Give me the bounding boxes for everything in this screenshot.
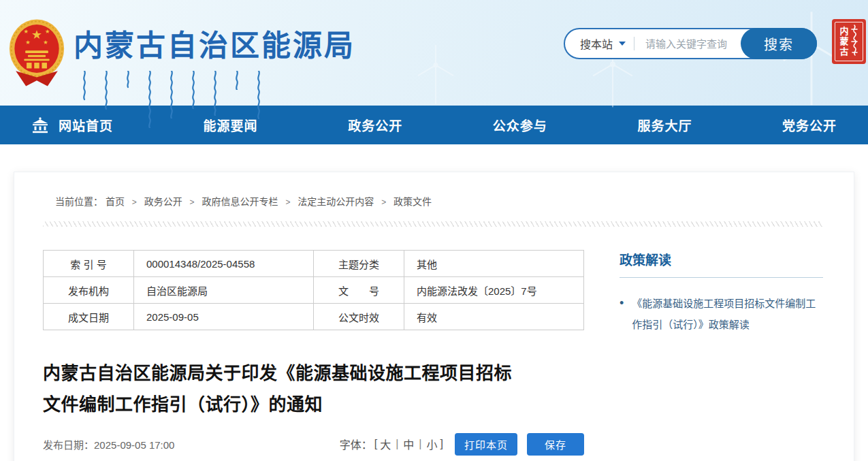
site-title[interactable]: 内蒙古自治区能源局 xyxy=(74,22,355,64)
bullet-icon: • xyxy=(620,293,624,335)
seal-calligraphy-decoration xyxy=(850,24,859,59)
wind-turbine-decoration xyxy=(408,41,463,106)
nav-item-service-hall[interactable]: 服务大厅 xyxy=(637,116,692,134)
save-button[interactable]: 保存 xyxy=(527,433,584,456)
mongolian-glyph xyxy=(191,71,196,109)
font-size-small-button[interactable]: 小 xyxy=(426,436,438,452)
font-size-controls: 字体： [ 大 | 中 | 小 ] 打印本页 保存 xyxy=(340,433,584,456)
table-row: 发布机构 自治区能源局 文 号 内能源法改发〔2025〕7号 xyxy=(44,277,584,304)
search-button[interactable]: 搜索 xyxy=(741,28,817,59)
publish-date-value: 2025-09-05 17:00 xyxy=(94,439,174,451)
doc-info-label-date: 成文日期 xyxy=(44,304,134,330)
columns: 索 引 号 000014348/2025-04558 主题分类 其他 发布机构 … xyxy=(43,250,823,461)
seal-inner-border: 内蒙古 xyxy=(835,22,863,61)
doc-info-value-validity: 有效 xyxy=(404,304,584,330)
breadcrumb-label: 当前位置： xyxy=(55,196,103,207)
main-column: 索 引 号 000014348/2025-04558 主题分类 其他 发布机构 … xyxy=(43,250,584,461)
font-size-medium-button[interactable]: 中 xyxy=(402,436,415,452)
mongolian-glyph xyxy=(82,71,87,105)
mongolian-glyph xyxy=(147,71,152,128)
doc-info-value-doc-number: 内能源法改发〔2025〕7号 xyxy=(404,277,584,304)
content-wrap: 当前位置： 首页 > 政务公开 > 政府信息公开专栏 > 法定主动公开内容 > … xyxy=(0,144,868,461)
nav-item-label: 服务大厅 xyxy=(637,116,692,134)
sidebar-list: • 《能源基础设施工程项目招标文件编制工作指引（试行）》政策解读 xyxy=(620,293,823,335)
nav-item-label: 政务公开 xyxy=(348,116,402,134)
table-row: 索 引 号 000014348/2025-04558 主题分类 其他 xyxy=(44,251,584,277)
mongolian-glyph xyxy=(125,71,131,89)
svg-text:★: ★ xyxy=(43,39,48,46)
doc-info-label-validity: 公文时效 xyxy=(314,304,404,330)
doc-info-label-doc-number: 文 号 xyxy=(314,277,404,304)
sidebar-divider xyxy=(620,277,823,278)
mongolian-script xyxy=(74,71,355,128)
breadcrumb: 当前位置： 首页 > 政务公开 > 政府信息公开专栏 > 法定主动公开内容 > … xyxy=(43,194,823,208)
breadcrumb-separator: > xyxy=(190,197,195,207)
page-title: 内蒙古自治区能源局关于印发《能源基础设施工程项目招标 文件编制工作指引（试行）》… xyxy=(43,357,584,421)
nav-item-label: 党务公开 xyxy=(782,116,837,134)
breadcrumb-item-gov-disclosure[interactable]: 政务公开 xyxy=(144,196,182,207)
mongolian-glyph xyxy=(169,71,174,118)
nav-item-label: 公众参与 xyxy=(493,116,547,134)
svg-text:★: ★ xyxy=(23,28,29,35)
mongolian-glyph xyxy=(256,71,261,120)
svg-text:★: ★ xyxy=(45,28,50,35)
publish-date: 发布日期：2025-09-05 17:00 xyxy=(43,437,174,451)
mongolian-glyph xyxy=(103,71,109,114)
breadcrumb-separator: > xyxy=(132,197,137,207)
policy-interpretation-sidebar: 政策解读 • 《能源基础设施工程项目招标文件编制工作指引（试行）》政策解读 xyxy=(620,250,823,461)
svg-text:★: ★ xyxy=(31,28,42,42)
nav-item-gov-disclosure[interactable]: 政务公开 xyxy=(348,116,402,134)
print-page-button[interactable]: 打印本页 xyxy=(455,433,517,456)
font-size-separator: | xyxy=(419,438,421,450)
page-title-line2: 文件编制工作指引（试行）》的通知 xyxy=(43,389,584,420)
font-size-large-button[interactable]: 大 xyxy=(379,436,391,452)
site-title-block: 内蒙古自治区能源局 xyxy=(74,22,355,128)
svg-text:★: ★ xyxy=(25,39,31,46)
site-header: ★ ★ ★ ★ ★ 内蒙古自治区能源局 搜本站 xyxy=(0,0,868,106)
breadcrumb-separator: > xyxy=(285,197,290,207)
bank-building-icon xyxy=(31,117,49,133)
page-title-line1: 内蒙古自治区能源局关于印发《能源基础设施工程项目招标 xyxy=(43,357,584,389)
nav-item-public-participation[interactable]: 公众参与 xyxy=(493,116,547,134)
breadcrumb-item-info-column[interactable]: 政府信息公开专栏 xyxy=(202,196,278,207)
font-size-label: 字体： xyxy=(340,436,372,452)
breadcrumb-item-home[interactable]: 首页 xyxy=(106,196,125,207)
doc-info-value-issuer: 自治区能源局 xyxy=(134,277,314,304)
article-meta-row: 发布日期：2025-09-05 17:00 字体： [ 大 | 中 | 小 ] … xyxy=(43,433,584,456)
font-size-separator: | xyxy=(396,438,398,450)
doc-info-value-date: 2025-09-05 xyxy=(134,304,314,330)
publish-date-label: 发布日期： xyxy=(43,439,94,451)
doc-info-value-topic: 其他 xyxy=(404,251,584,277)
policy-interpretation-link[interactable]: 《能源基础设施工程项目招标文件编制工作指引（试行）》政策解读 xyxy=(632,293,823,335)
doc-info-label-index: 索 引 号 xyxy=(44,251,134,277)
doc-info-label-issuer: 发布机构 xyxy=(44,277,134,304)
content-card: 当前位置： 首页 > 政务公开 > 政府信息公开专栏 > 法定主动公开内容 > … xyxy=(14,172,854,461)
sidebar-title: 政策解读 xyxy=(620,250,823,268)
nav-item-party-affairs[interactable]: 党务公开 xyxy=(782,116,837,134)
search-bar: 搜本站 搜索 xyxy=(564,28,817,59)
doc-info-value-index: 000014348/2025-04558 xyxy=(134,251,314,277)
breadcrumb-item-policy-documents[interactable]: 政策文件 xyxy=(393,196,432,207)
doc-info-table: 索 引 号 000014348/2025-04558 主题分类 其他 发布机构 … xyxy=(43,250,584,330)
search-scope-select[interactable]: 搜本站 xyxy=(565,35,634,52)
search-scope-label: 搜本站 xyxy=(580,35,613,52)
mongolian-glyph xyxy=(212,71,218,116)
doc-info-label-topic: 主题分类 xyxy=(314,251,404,277)
breadcrumb-item-statutory-content[interactable]: 法定主动公开内容 xyxy=(298,196,374,207)
seal-text: 内蒙古 xyxy=(839,27,848,57)
table-row: 成文日期 2025-09-05 公文时效 有效 xyxy=(44,304,584,330)
bracket-open: [ xyxy=(372,438,379,450)
list-item: • 《能源基础设施工程项目招标文件编制工作指引（试行）》政策解读 xyxy=(620,293,823,335)
national-emblem: ★ ★ ★ ★ ★ xyxy=(8,16,65,91)
hatched-divider xyxy=(43,221,823,227)
breadcrumb-separator: > xyxy=(381,197,386,207)
site-seal: 内蒙古 xyxy=(832,19,866,64)
bracket-close: ] xyxy=(438,438,445,450)
mongolian-glyph xyxy=(234,71,240,90)
chevron-down-icon xyxy=(619,42,626,46)
